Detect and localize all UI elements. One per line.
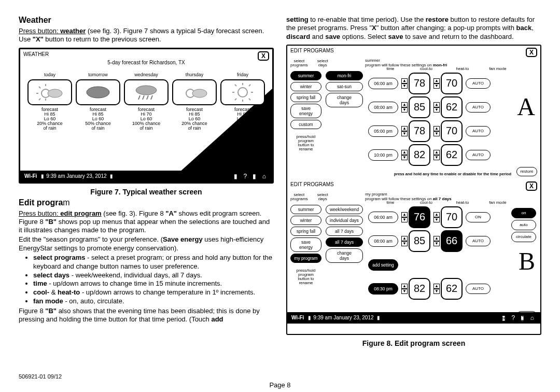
up-arrow-icon[interactable]: ▲ bbox=[433, 284, 440, 289]
days-pill[interactable]: changedays bbox=[326, 248, 363, 263]
figure-7-weather-screen: WEATHER X 5-day forecast for Richardson,… bbox=[19, 48, 274, 184]
up-arrow-icon[interactable]: ▲ bbox=[401, 150, 408, 155]
down-arrow-icon[interactable]: ▼ bbox=[401, 217, 408, 222]
down-arrow-icon[interactable]: ▼ bbox=[401, 241, 408, 246]
up-arrow-icon[interactable]: ▲ bbox=[433, 78, 440, 83]
up-arrow-icon[interactable]: ▲ bbox=[433, 212, 440, 217]
program-pill[interactable]: spring fall bbox=[290, 93, 321, 102]
restore-button[interactable]: restore bbox=[516, 311, 537, 320]
time-button[interactable]: 08:30 pm bbox=[368, 283, 398, 295]
doc-id: 506921-01 09/12 bbox=[19, 373, 62, 380]
days-pill[interactable]: sat-sun bbox=[326, 82, 363, 91]
fan-mode-button[interactable]: AUTO bbox=[466, 150, 491, 160]
fan-mode-button[interactable]: AUTO bbox=[466, 284, 491, 294]
heat-to-value[interactable]: 70 bbox=[441, 120, 463, 142]
time-button[interactable]: 06:00 am bbox=[368, 78, 398, 89]
up-arrow-icon[interactable]: ▲ bbox=[401, 284, 408, 289]
cool-to-value[interactable]: 85 bbox=[409, 96, 430, 118]
down-arrow-icon[interactable]: ▼ bbox=[401, 83, 408, 89]
up-arrow-icon[interactable]: ▲ bbox=[433, 236, 440, 241]
program-pill[interactable]: summer bbox=[290, 205, 321, 214]
program-pill[interactable]: my program bbox=[290, 254, 321, 263]
time-button[interactable]: 05:00 pm bbox=[368, 125, 398, 137]
days-pill[interactable]: all 7 days bbox=[326, 237, 363, 247]
figure8-caption: Figure 8. Edit program screen bbox=[286, 339, 541, 347]
heat-to-value[interactable]: 62 bbox=[441, 144, 463, 166]
program-pill[interactable]: save energy bbox=[290, 104, 321, 118]
heat-to-value[interactable]: 66 bbox=[441, 230, 463, 252]
cool-to-value[interactable]: 85 bbox=[409, 230, 430, 252]
program-pill[interactable]: save energy bbox=[290, 237, 321, 252]
up-arrow-icon[interactable]: ▲ bbox=[401, 126, 408, 131]
down-arrow-icon[interactable]: ▼ bbox=[433, 83, 440, 89]
svg-line-11 bbox=[147, 95, 148, 100]
down-arrow-icon[interactable]: ▼ bbox=[401, 107, 408, 113]
time-button[interactable]: 10:00 pm bbox=[368, 149, 398, 161]
fan-mode-button[interactable]: ON bbox=[466, 212, 491, 222]
restore-button[interactable]: restore bbox=[516, 167, 537, 176]
close-icon[interactable]: X bbox=[526, 181, 537, 191]
days-pill[interactable]: mon-fri bbox=[326, 71, 363, 80]
up-arrow-icon[interactable]: ▲ bbox=[433, 150, 440, 155]
fan-mode-button[interactable]: AUTO bbox=[466, 236, 491, 246]
down-arrow-icon[interactable]: ▼ bbox=[401, 131, 408, 136]
days-pill[interactable]: all 7 days bbox=[326, 227, 363, 236]
svg-line-5 bbox=[39, 99, 40, 100]
down-arrow-icon[interactable]: ▼ bbox=[433, 131, 440, 136]
up-arrow-icon[interactable]: ▲ bbox=[433, 102, 440, 107]
down-arrow-icon[interactable]: ▼ bbox=[401, 289, 408, 294]
program-pill[interactable]: summer bbox=[290, 71, 321, 80]
down-arrow-icon[interactable]: ▼ bbox=[433, 289, 440, 294]
program-pill[interactable]: winter bbox=[290, 216, 321, 225]
status-time: 9:39 am January 23, 2012 bbox=[46, 173, 106, 179]
forecast-day: wednesdayforecastHi 70Lo 60100% chanceof… bbox=[124, 72, 169, 131]
cool-to-value[interactable]: 82 bbox=[409, 278, 430, 300]
svg-line-9 bbox=[138, 95, 140, 100]
heat-to-value[interactable]: 62 bbox=[441, 278, 463, 300]
cool-to-value[interactable]: 76 bbox=[409, 206, 430, 228]
svg-line-4 bbox=[39, 87, 40, 88]
close-icon[interactable]: X bbox=[526, 48, 537, 57]
up-arrow-icon[interactable]: ▲ bbox=[401, 78, 408, 83]
up-arrow-icon[interactable]: ▲ bbox=[433, 126, 440, 131]
fan-option[interactable]: auto bbox=[511, 220, 536, 230]
page-number: Page 8 bbox=[0, 381, 560, 389]
down-arrow-icon[interactable]: ▼ bbox=[433, 241, 440, 246]
forecast-day: tomorrowforecastHi 85Lo 6050% chanceof r… bbox=[76, 72, 120, 131]
down-arrow-icon[interactable]: ▼ bbox=[433, 107, 440, 113]
days-pill[interactable]: changedays bbox=[326, 93, 363, 107]
days-pill[interactable]: individual days bbox=[326, 216, 363, 225]
cool-to-value[interactable]: 78 bbox=[409, 73, 430, 94]
program-pill[interactable]: spring fall bbox=[290, 227, 321, 236]
heat-to-value[interactable]: 70 bbox=[441, 73, 463, 94]
fan-mode-button[interactable]: AUTO bbox=[466, 78, 491, 89]
edit-bullets: select programs - select a preset progra… bbox=[19, 254, 274, 306]
heat-to-value[interactable]: 62 bbox=[441, 96, 463, 118]
up-arrow-icon[interactable]: ▲ bbox=[401, 212, 408, 217]
up-arrow-icon[interactable]: ▲ bbox=[401, 102, 408, 107]
up-arrow-icon[interactable]: ▲ bbox=[401, 236, 408, 241]
label-b: B bbox=[519, 247, 535, 275]
fan-mode-button[interactable]: AUTO bbox=[466, 102, 491, 113]
program-row: 08:30 pm▲▼82▲▼62AUTO bbox=[368, 278, 491, 300]
program-pill[interactable]: custom bbox=[290, 120, 321, 129]
status-icons: ▮ ? ▮ ⌂ bbox=[234, 173, 268, 180]
heat-to-value[interactable]: 70 bbox=[441, 206, 463, 228]
program-pill[interactable]: winter bbox=[290, 82, 321, 91]
fan-option[interactable]: on bbox=[511, 208, 536, 218]
fan-mode-button[interactable]: AUTO bbox=[466, 126, 491, 136]
para-edit2: Edit the "season programs" to your prefe… bbox=[19, 235, 274, 253]
time-button[interactable]: 08:00 am bbox=[368, 102, 398, 113]
down-arrow-icon[interactable]: ▼ bbox=[401, 155, 408, 160]
down-arrow-icon[interactable]: ▼ bbox=[433, 155, 440, 160]
cool-to-value[interactable]: 82 bbox=[409, 144, 430, 166]
days-pill[interactable]: week/weekend bbox=[326, 205, 363, 214]
time-button[interactable]: 06:00 am bbox=[368, 212, 398, 223]
time-button[interactable]: 08:00 am bbox=[368, 235, 398, 247]
cool-to-value[interactable]: 78 bbox=[409, 120, 430, 142]
program-row: 08:00 am▲▼85▲▼62AUTO bbox=[368, 96, 491, 118]
fan-option[interactable]: circulate bbox=[511, 232, 536, 242]
program-row: 10:00 pm▲▼82▲▼62AUTO bbox=[368, 144, 491, 166]
time-button[interactable]: add setting bbox=[368, 259, 398, 271]
down-arrow-icon[interactable]: ▼ bbox=[433, 217, 440, 222]
